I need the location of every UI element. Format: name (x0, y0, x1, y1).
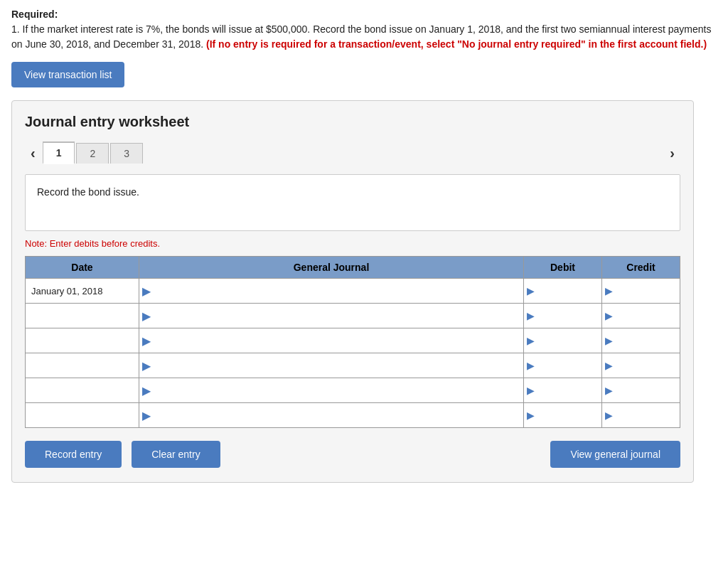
date-cell-2 (26, 328, 139, 353)
task-description-box: Record the bond issue. (25, 174, 680, 231)
credit-arrow-icon-4: ▶ (602, 385, 614, 396)
task-description-text: Record the bond issue. (37, 186, 139, 198)
general-journal-input-5[interactable] (154, 403, 523, 427)
row-arrow-icon-5: ▶ (139, 409, 154, 422)
table-row: ▶▶▶ (26, 353, 680, 378)
tab-navigation: ‹ 1 2 3 › (25, 141, 680, 164)
debit-cell-2[interactable]: ▶ (524, 328, 602, 353)
credit-arrow-icon-0: ▶ (602, 285, 614, 296)
tab-2[interactable]: 2 (76, 143, 109, 164)
note-text: Note: Enter debits before credits. (25, 238, 680, 249)
credit-input-0[interactable] (614, 279, 680, 303)
debit-input-0[interactable] (536, 279, 601, 303)
debit-cell-5[interactable]: ▶ (524, 403, 602, 428)
debit-cell-0[interactable]: ▶ (524, 279, 602, 304)
general-journal-cell-2[interactable]: ▶ (139, 328, 524, 353)
row-arrow-icon-0: ▶ (139, 284, 154, 298)
credit-input-2[interactable] (614, 328, 680, 353)
credit-input-4[interactable] (614, 378, 680, 402)
row-arrow-icon-1: ▶ (139, 309, 154, 323)
debit-arrow-icon-4: ▶ (524, 385, 536, 396)
credit-arrow-icon-2: ▶ (602, 335, 614, 346)
date-cell-3 (26, 353, 139, 378)
record-entry-button[interactable]: Record entry (25, 441, 122, 468)
tab-next-arrow[interactable]: › (664, 142, 680, 164)
general-journal-input-0[interactable] (154, 279, 523, 303)
date-cell-0: January 01, 2018 (26, 279, 139, 304)
credit-arrow-icon-3: ▶ (602, 360, 614, 371)
date-cell-1 (26, 304, 139, 328)
table-row: ▶▶▶ (26, 328, 680, 353)
debit-arrow-icon-1: ▶ (524, 310, 536, 321)
debit-cell-1[interactable]: ▶ (524, 304, 602, 328)
debit-input-4[interactable] (536, 378, 601, 402)
debit-arrow-icon-2: ▶ (524, 335, 536, 346)
tab-prev-arrow[interactable]: ‹ (25, 142, 41, 164)
clear-entry-button[interactable]: Clear entry (132, 441, 220, 468)
problem-number: 1. (11, 23, 20, 35)
credit-arrow-icon-5: ▶ (602, 410, 614, 421)
debit-input-5[interactable] (536, 403, 601, 427)
credit-cell-3[interactable]: ▶ (602, 353, 680, 378)
debit-arrow-icon-5: ▶ (524, 410, 536, 421)
table-row: ▶▶▶ (26, 403, 680, 428)
required-label: Required: (11, 9, 58, 20)
credit-cell-5[interactable]: ▶ (602, 403, 680, 428)
view-transaction-button[interactable]: View transaction list (11, 62, 124, 87)
tab-1[interactable]: 1 (43, 141, 75, 164)
general-journal-input-1[interactable] (154, 304, 523, 328)
credit-cell-4[interactable]: ▶ (602, 378, 680, 403)
table-row: ▶▶▶ (26, 378, 680, 403)
general-journal-cell-1[interactable]: ▶ (139, 304, 524, 328)
col-header-general: General Journal (139, 257, 524, 279)
worksheet-container: Journal entry worksheet ‹ 1 2 3 › Record… (11, 100, 694, 483)
debit-input-3[interactable] (536, 353, 601, 378)
red-instruction: (If no entry is required for a transacti… (206, 38, 707, 50)
credit-cell-2[interactable]: ▶ (602, 328, 680, 353)
view-general-journal-button[interactable]: View general journal (550, 441, 680, 468)
debit-cell-4[interactable]: ▶ (524, 378, 602, 403)
credit-input-5[interactable] (614, 403, 680, 427)
debit-cell-3[interactable]: ▶ (524, 353, 602, 378)
debit-input-1[interactable] (536, 304, 601, 328)
general-journal-input-3[interactable] (154, 353, 523, 378)
general-journal-cell-5[interactable]: ▶ (139, 403, 524, 428)
col-header-date: Date (26, 257, 139, 279)
credit-cell-0[interactable]: ▶ (602, 279, 680, 304)
general-journal-input-2[interactable] (154, 328, 523, 353)
general-journal-cell-3[interactable]: ▶ (139, 353, 524, 378)
credit-cell-1[interactable]: ▶ (602, 304, 680, 328)
debit-arrow-icon-0: ▶ (524, 285, 536, 296)
general-journal-cell-4[interactable]: ▶ (139, 378, 524, 403)
credit-arrow-icon-1: ▶ (602, 310, 614, 321)
row-arrow-icon-3: ▶ (139, 359, 154, 373)
col-header-debit: Debit (524, 257, 602, 279)
problem-statement: Required: 1. If the market interest rate… (11, 7, 717, 52)
col-header-credit: Credit (602, 257, 680, 279)
date-cell-5 (26, 403, 139, 428)
general-journal-cell-0[interactable]: ▶ (139, 279, 524, 304)
row-arrow-icon-4: ▶ (139, 384, 154, 397)
table-row: January 01, 2018▶▶▶ (26, 279, 680, 304)
row-arrow-icon-2: ▶ (139, 334, 154, 348)
credit-input-3[interactable] (614, 353, 680, 378)
tab-3[interactable]: 3 (110, 143, 143, 164)
debit-arrow-icon-3: ▶ (524, 360, 536, 371)
debit-input-2[interactable] (536, 328, 601, 353)
general-journal-input-4[interactable] (154, 378, 523, 402)
action-buttons-row: Record entry Clear entry View general jo… (25, 441, 680, 468)
credit-input-1[interactable] (614, 304, 680, 328)
worksheet-title: Journal entry worksheet (25, 114, 680, 130)
date-cell-4 (26, 378, 139, 403)
journal-table: Date General Journal Debit Credit Januar… (25, 256, 680, 428)
table-row: ▶▶▶ (26, 304, 680, 328)
